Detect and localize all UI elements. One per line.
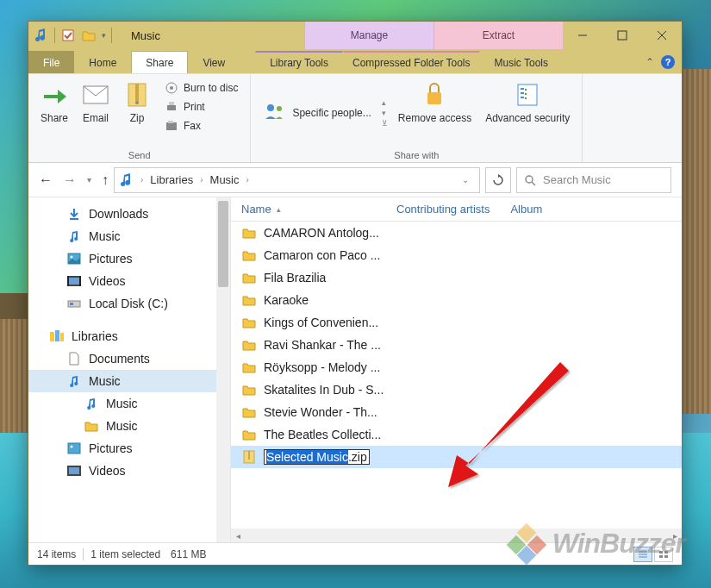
- breadcrumb-bar[interactable]: › Libraries › Music › ⌄: [114, 167, 480, 193]
- nav-lib-documents[interactable]: Documents: [28, 347, 230, 370]
- svg-rect-23: [69, 278, 79, 285]
- up-button[interactable]: ↑: [102, 172, 109, 188]
- svg-rect-31: [68, 443, 80, 454]
- svg-rect-15: [427, 92, 441, 104]
- libraries-icon: [49, 328, 65, 344]
- refresh-button[interactable]: [485, 167, 511, 193]
- svg-point-13: [267, 104, 274, 111]
- list-item[interactable]: CAMARON Antolog...: [231, 222, 682, 244]
- tab-music-tools[interactable]: Music Tools: [480, 51, 563, 73]
- document-icon: [66, 351, 82, 366]
- svg-point-14: [277, 106, 282, 111]
- specific-people-button[interactable]: Specific people...: [256, 78, 377, 148]
- list-item[interactable]: Skatalites In Dub - S...: [231, 378, 682, 401]
- advanced-security-button[interactable]: Advanced security: [478, 78, 577, 148]
- list-item[interactable]: Fila Brazilia: [231, 266, 682, 289]
- list-item[interactable]: Ravi Shankar - The ...: [231, 334, 682, 356]
- folder-icon: [241, 270, 257, 285]
- search-icon: [524, 174, 536, 186]
- help-icon[interactable]: ?: [661, 55, 675, 69]
- gallery-more-icon[interactable]: ⊻: [382, 119, 388, 128]
- forward-button[interactable]: →: [63, 172, 77, 188]
- folder-icon: [241, 247, 257, 263]
- nav-localdisk[interactable]: Local Disk (C:): [28, 292, 230, 315]
- ribbon-collapse-icon[interactable]: ⌃: [646, 56, 654, 68]
- nav-libraries[interactable]: Libraries: [28, 325, 230, 347]
- drive-icon: [66, 296, 82, 311]
- file-list[interactable]: CAMARON Antolog...Camaron con Paco ...Fi…: [231, 222, 682, 529]
- minimize-button[interactable]: [563, 22, 602, 49]
- nav-lib-pictures[interactable]: Pictures: [28, 437, 230, 460]
- nav-lib-videos[interactable]: Videos: [28, 460, 230, 482]
- back-button[interactable]: ←: [39, 172, 53, 188]
- svg-rect-10: [169, 102, 174, 105]
- col-name[interactable]: Name: [231, 203, 386, 216]
- music-icon: [84, 396, 99, 411]
- rename-input[interactable]: Selected Music.zip: [264, 449, 370, 465]
- list-item-renaming[interactable]: Selected Music.zip: [231, 446, 682, 468]
- nav-pictures[interactable]: Pictures: [28, 247, 230, 270]
- breadcrumb-dropdown-icon[interactable]: ⌄: [457, 175, 474, 185]
- nav-lib-music-sub1[interactable]: Music: [28, 392, 230, 415]
- svg-rect-2: [618, 31, 627, 40]
- svg-rect-9: [167, 105, 176, 110]
- qat-properties-icon[interactable]: [60, 28, 76, 43]
- email-label: Email: [83, 112, 109, 124]
- search-placeholder: Search Music: [543, 173, 611, 186]
- zip-button[interactable]: Zip: [116, 78, 158, 148]
- tab-compressed-tools[interactable]: Compressed Folder Tools: [343, 51, 480, 73]
- gallery-up-icon[interactable]: ▴: [382, 98, 388, 107]
- list-item[interactable]: Kings of Convenien...: [231, 311, 682, 334]
- list-item[interactable]: Karaoke: [231, 289, 682, 311]
- tab-share[interactable]: Share: [131, 51, 188, 73]
- col-album[interactable]: Album: [500, 203, 552, 216]
- remove-access-button[interactable]: Remove access: [391, 78, 478, 148]
- email-button[interactable]: Email: [75, 78, 116, 148]
- tab-home[interactable]: Home: [74, 51, 131, 73]
- zip-icon: [241, 449, 257, 465]
- nav-downloads[interactable]: Downloads: [28, 203, 230, 225]
- gallery-down-icon[interactable]: ▾: [382, 109, 388, 117]
- maximize-button[interactable]: [602, 22, 642, 49]
- svg-point-17: [526, 176, 533, 183]
- ribbon: Share Email Zip Burn to disc: [28, 73, 682, 163]
- svg-rect-30: [60, 333, 64, 341]
- nav-lib-music-sub2[interactable]: Music: [28, 415, 230, 437]
- watermark: WinBuzzer: [508, 524, 685, 562]
- list-item[interactable]: The Beatles Collecti...: [231, 423, 682, 446]
- tab-view[interactable]: View: [188, 51, 240, 73]
- search-input[interactable]: Search Music: [516, 167, 671, 193]
- group-send-label: Send: [34, 148, 245, 160]
- tab-file[interactable]: File: [28, 51, 74, 73]
- breadcrumb-music[interactable]: Music: [210, 173, 240, 186]
- burn-button[interactable]: Burn to disc: [161, 79, 241, 97]
- print-button[interactable]: Print: [161, 98, 241, 116]
- context-extract[interactable]: Extract: [433, 22, 563, 49]
- scroll-left-icon[interactable]: ◂: [231, 531, 245, 541]
- list-item[interactable]: Stevie Wonder - Th...: [231, 401, 682, 423]
- fax-button[interactable]: Fax: [161, 117, 241, 134]
- breadcrumb-libraries[interactable]: Libraries: [150, 173, 193, 186]
- nav-scrollbar[interactable]: [216, 197, 230, 542]
- tab-library-tools[interactable]: Library Tools: [255, 51, 343, 73]
- svg-rect-36: [248, 451, 250, 460]
- folder-icon: [241, 225, 257, 241]
- pictures-icon: [66, 441, 82, 456]
- list-item[interactable]: Camaron con Paco ...: [231, 244, 682, 266]
- share-button[interactable]: Share: [34, 78, 75, 148]
- col-contributing[interactable]: Contributing artists: [386, 203, 500, 216]
- advanced-security-label: Advanced security: [485, 112, 570, 124]
- context-manage[interactable]: Manage: [304, 22, 433, 49]
- nav-music[interactable]: Music: [28, 225, 230, 247]
- group-sharewith-label: Share with: [256, 148, 577, 160]
- qat-dropdown-icon[interactable]: ▾: [102, 31, 106, 40]
- qat-newfolder-icon[interactable]: [81, 28, 97, 43]
- nav-videos[interactable]: Videos: [28, 270, 230, 292]
- history-dropdown-icon[interactable]: ▾: [87, 175, 91, 185]
- nav-lib-music[interactable]: Music: [28, 370, 230, 392]
- list-item[interactable]: Röyksopp - Melody ...: [231, 356, 682, 378]
- videos-icon: [66, 463, 82, 479]
- close-button[interactable]: [642, 22, 682, 49]
- music-icon: [66, 373, 82, 389]
- ribbon-tabs: File Home Share View Library Tools Compr…: [28, 49, 682, 73]
